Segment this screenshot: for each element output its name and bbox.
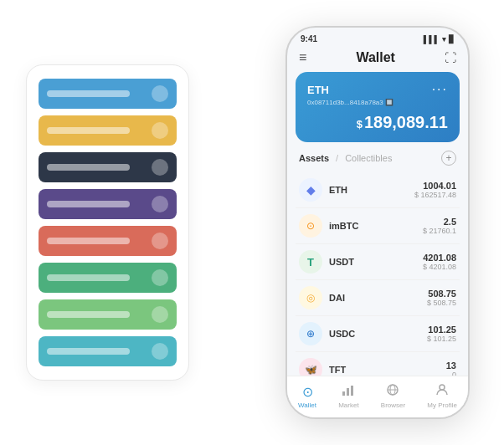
svg-rect-0 <box>342 391 345 396</box>
asset-primary-amount: 13 <box>446 361 456 371</box>
phone-header: ≡ Wallet ⛶ <box>287 47 468 72</box>
browser-nav-icon <box>386 383 399 400</box>
eth-balance: $189,089.11 <box>307 113 448 132</box>
card-text <box>47 238 130 244</box>
usdc-coin-icon: ⊕ <box>299 322 322 345</box>
battery-icon: ▊ <box>449 35 455 43</box>
wallet-nav-label: Wallet <box>298 402 316 409</box>
tab-assets[interactable]: Assets <box>299 153 329 163</box>
svg-point-6 <box>440 385 445 390</box>
asset-name: DAI <box>329 293 427 303</box>
svg-rect-2 <box>351 386 353 396</box>
table-row[interactable]: ◎ DAI 508.75 $ 508.75 <box>296 280 460 316</box>
list-item[interactable] <box>39 152 177 182</box>
asset-list: ◆ ETH 1004.01 $ 162517.48 ⊙ imBTC 2.5 $ … <box>287 172 468 376</box>
card-text <box>47 311 130 318</box>
tab-divider: / <box>336 153 338 163</box>
list-item[interactable] <box>39 189 177 219</box>
asset-primary-amount: 4201.08 <box>423 253 456 263</box>
card-text <box>47 348 130 355</box>
signal-icon: ▌▌▌ <box>424 35 440 43</box>
add-icon: + <box>445 152 451 164</box>
phone-mockup: 9:41 ▌▌▌ ▾ ▊ ≡ Wallet ⛶ ETH ··· 0x08711d… <box>285 26 470 419</box>
table-row[interactable]: ⊙ imBTC 2.5 $ 21760.1 <box>296 208 460 244</box>
wallet-nav-icon: ⊙ <box>302 384 313 400</box>
list-item[interactable] <box>39 79 177 109</box>
card-text <box>47 127 130 134</box>
eth-card-header: ETH ··· <box>307 82 448 97</box>
tft-coin-icon: 🦋 <box>299 358 322 376</box>
card-text <box>47 164 130 171</box>
assets-header: Assets / Collectibles + <box>287 151 468 172</box>
list-item[interactable] <box>39 299 177 330</box>
market-nav-icon <box>342 383 355 400</box>
tab-collectibles[interactable]: Collectibles <box>345 153 392 163</box>
menu-icon[interactable]: ≡ <box>299 50 306 65</box>
market-nav-label: Market <box>338 402 358 409</box>
wifi-icon: ▾ <box>442 35 446 43</box>
usdt-coin-icon: T <box>299 250 322 274</box>
status-bar: 9:41 ▌▌▌ ▾ ▊ <box>287 28 468 47</box>
dai-coin-icon: ◎ <box>299 286 322 309</box>
asset-secondary-amount: $ 4201.08 <box>423 263 456 271</box>
asset-secondary-amount: $ 21760.1 <box>423 227 456 235</box>
card-icon <box>152 233 168 249</box>
nav-item-wallet[interactable]: ⊙ Wallet <box>298 384 316 409</box>
card-icon <box>152 85 168 102</box>
browser-nav-label: Browser <box>381 402 405 409</box>
asset-primary-amount: 101.25 <box>427 325 456 335</box>
eth-label: ETH <box>307 84 329 96</box>
card-icon <box>152 343 168 360</box>
profile-nav-icon <box>435 383 449 400</box>
svg-rect-1 <box>347 388 349 396</box>
nav-item-market[interactable]: Market <box>338 383 358 409</box>
asset-amounts: 4201.08 $ 4201.08 <box>423 253 456 271</box>
card-icon <box>152 159 168 176</box>
card-panel <box>26 64 189 381</box>
card-icon <box>152 269 168 286</box>
list-item[interactable] <box>39 336 177 366</box>
asset-primary-amount: 1004.01 <box>414 181 456 191</box>
table-row[interactable]: ◆ ETH 1004.01 $ 162517.48 <box>296 172 460 208</box>
asset-name: imBTC <box>329 221 423 231</box>
eth-options-icon[interactable]: ··· <box>432 82 448 97</box>
status-icons: ▌▌▌ ▾ ▊ <box>424 35 455 43</box>
card-text <box>47 90 130 97</box>
status-time: 9:41 <box>301 34 317 43</box>
scene: 9:41 ▌▌▌ ▾ ▊ ≡ Wallet ⛶ ETH ··· 0x08711d… <box>9 9 495 436</box>
nav-item-browser[interactable]: Browser <box>381 383 405 409</box>
table-row[interactable]: 🦋 TFT 13 0 <box>296 352 460 376</box>
scan-icon[interactable]: ⛶ <box>445 51 456 64</box>
asset-amounts: 508.75 $ 508.75 <box>427 289 456 307</box>
page-title: Wallet <box>356 50 395 65</box>
asset-amounts: 101.25 $ 101.25 <box>427 325 456 343</box>
imbtc-coin-icon: ⊙ <box>299 214 322 238</box>
list-item[interactable] <box>39 226 177 256</box>
asset-name: ETH <box>329 185 414 195</box>
bottom-nav: ⊙ Wallet Market <box>287 376 468 417</box>
asset-secondary-amount: $ 508.75 <box>427 299 456 307</box>
table-row[interactable]: T USDT 4201.08 $ 4201.08 <box>296 244 460 280</box>
asset-amounts: 2.5 $ 21760.1 <box>423 217 456 235</box>
asset-amounts: 1004.01 $ 162517.48 <box>414 181 456 199</box>
add-asset-button[interactable]: + <box>441 151 456 166</box>
eth-amount-value: 189,089.11 <box>364 113 448 131</box>
eth-card[interactable]: ETH ··· 0x08711d3b...8418a78a3 🔲 $189,08… <box>296 72 460 142</box>
asset-name: USDT <box>329 257 423 267</box>
asset-name: USDC <box>329 329 427 339</box>
card-text <box>47 274 130 281</box>
asset-secondary-amount: $ 101.25 <box>427 335 456 343</box>
assets-tabs: Assets / Collectibles <box>299 153 392 163</box>
asset-name: TFT <box>329 365 446 375</box>
card-icon <box>152 122 168 139</box>
asset-primary-amount: 2.5 <box>423 217 456 227</box>
asset-primary-amount: 508.75 <box>427 289 456 299</box>
asset-secondary-amount: $ 162517.48 <box>414 191 456 199</box>
list-item[interactable] <box>39 115 177 146</box>
eth-address: 0x08711d3b...8418a78a3 🔲 <box>307 99 448 106</box>
list-item[interactable] <box>39 263 177 293</box>
nav-item-profile[interactable]: My Profile <box>427 383 457 409</box>
asset-amounts: 13 0 <box>446 361 456 376</box>
card-text <box>47 201 130 207</box>
table-row[interactable]: ⊕ USDC 101.25 $ 101.25 <box>296 316 460 352</box>
